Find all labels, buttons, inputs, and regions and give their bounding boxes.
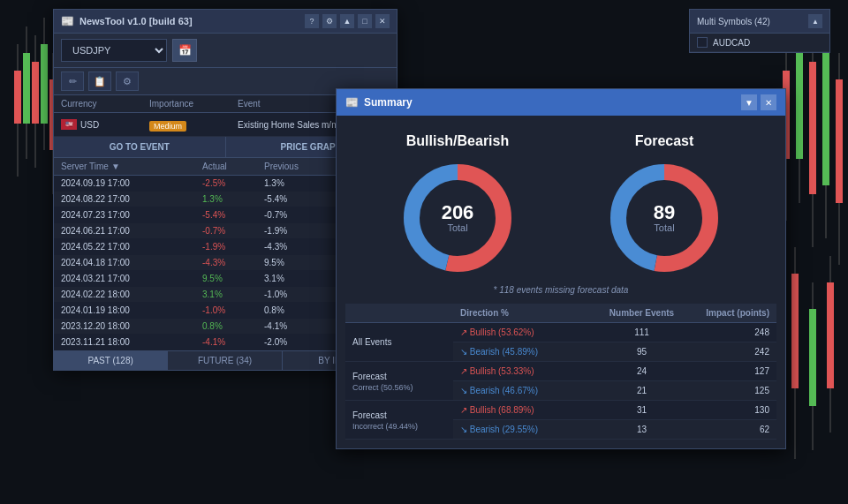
time-cell: 2023.12.20 18:00 bbox=[61, 321, 202, 331]
symbols-panel: Multi Symbols (42) ▲ AUDCAD bbox=[689, 9, 830, 53]
importance-column-header: Importance bbox=[149, 99, 238, 109]
forecast-section: Forecast 89 Total bbox=[602, 133, 726, 280]
sort-icon: ▼ bbox=[111, 162, 120, 171]
events1-2: 31 bbox=[597, 401, 687, 420]
minimize-button[interactable]: ▲ bbox=[340, 14, 354, 28]
bullish-bearish-donut: 206 Total bbox=[396, 156, 519, 280]
impact1-1: 127 bbox=[686, 362, 776, 381]
currency-cell: 🇺🇸 USD bbox=[61, 119, 149, 130]
donut2-total: 89 bbox=[654, 203, 675, 222]
symbols-header: Multi Symbols (42) ▲ bbox=[690, 10, 829, 34]
symbols-scroll-up[interactable]: ▲ bbox=[808, 14, 822, 28]
svg-rect-8 bbox=[41, 44, 48, 124]
previous-cell: -5.4% bbox=[264, 194, 344, 204]
donut1-total: 206 bbox=[442, 203, 474, 222]
currency-select[interactable]: USDJPY bbox=[61, 39, 167, 62]
actual-cell: -0.7% bbox=[202, 226, 264, 236]
summary-minimize-button[interactable]: ▼ bbox=[741, 94, 757, 110]
previous-cell: 1.3% bbox=[264, 178, 344, 188]
svg-rect-18 bbox=[809, 62, 816, 194]
currency-column-header: Currency bbox=[61, 99, 149, 109]
symbol-name-audcad: AUDCAD bbox=[713, 38, 750, 48]
events2-0: 95 bbox=[597, 342, 687, 362]
time-cell: 2024.05.22 17:00 bbox=[61, 242, 202, 252]
donut1-label: Total bbox=[442, 222, 474, 233]
svg-rect-28 bbox=[809, 309, 816, 406]
previous-header: Previous bbox=[264, 162, 344, 171]
actual-cell: 1.3% bbox=[202, 194, 264, 204]
time-cell: 2024.04.18 17:00 bbox=[61, 258, 202, 267]
previous-cell: -1.0% bbox=[264, 290, 344, 299]
future-tab[interactable]: FUTURE (34) bbox=[168, 351, 282, 370]
time-cell: 2024.03.21 17:00 bbox=[61, 274, 202, 283]
time-cell: 2024.01.19 18:00 bbox=[61, 305, 202, 315]
events1-1: 24 bbox=[597, 362, 687, 381]
impact2-2: 62 bbox=[686, 420, 776, 440]
impact2-1: 125 bbox=[686, 381, 776, 401]
time-cell: 2023.11.21 18:00 bbox=[61, 337, 202, 347]
past-tab[interactable]: PAST (128) bbox=[54, 351, 168, 370]
app-title: NewsTool v1.0 [build 63] bbox=[80, 16, 193, 26]
events1-0: 111 bbox=[597, 323, 687, 342]
events2-1: 21 bbox=[597, 381, 687, 401]
summary-table: Direction % Number Events Impact (points… bbox=[345, 304, 776, 440]
actual-cell: -5.4% bbox=[202, 210, 264, 220]
summary-title: 📰 Summary bbox=[345, 96, 413, 109]
direction2-0: ↘ Bearish (45.89%) bbox=[453, 342, 597, 362]
summary-close-button[interactable]: ✕ bbox=[761, 94, 776, 110]
toolbar-row: USDJPY 📅 bbox=[54, 34, 397, 68]
svg-rect-2 bbox=[14, 71, 21, 124]
actual-cell: 0.8% bbox=[202, 321, 264, 331]
svg-rect-26 bbox=[791, 274, 799, 388]
summary-titlebar: 📰 Summary ▼ ✕ bbox=[337, 89, 785, 116]
table-header-col1 bbox=[345, 304, 453, 323]
go-to-event-button[interactable]: GO TO EVENT bbox=[54, 137, 226, 157]
time-cell: 2024.09.19 17:00 bbox=[61, 178, 202, 188]
summary-table-row: Forecast Correct (50.56%) ↗ Bullish (53.… bbox=[345, 362, 776, 381]
impact2-0: 242 bbox=[686, 342, 776, 362]
edit-button[interactable]: ✏ bbox=[61, 71, 84, 91]
charts-row: Bullish/Bearish 206 Total Forecast bbox=[345, 124, 776, 280]
flag-icon: 🇺🇸 bbox=[61, 119, 77, 130]
forecast-title: Forecast bbox=[635, 133, 694, 149]
table-header-direction: Direction % bbox=[453, 304, 597, 323]
symbols-title: Multi Symbols (42) bbox=[697, 17, 770, 26]
actual-cell: -4.1% bbox=[202, 337, 264, 347]
time-cell: 2024.02.22 18:00 bbox=[61, 290, 202, 299]
row-label-1: Forecast Correct (50.56%) bbox=[345, 362, 453, 401]
summary-popup: 📰 Summary ▼ ✕ Bullish/Bearish 206 Total bbox=[336, 88, 786, 449]
importance-cell: Medium bbox=[149, 117, 238, 132]
summary-content: Bullish/Bearish 206 Total Forecast bbox=[337, 116, 785, 448]
actual-cell: -1.9% bbox=[202, 242, 264, 252]
impact1-0: 248 bbox=[686, 323, 776, 342]
svg-rect-16 bbox=[796, 53, 803, 159]
table-header-impact: Impact (points) bbox=[686, 304, 776, 323]
actual-cell: -4.3% bbox=[202, 258, 264, 267]
window-controls: ? ⚙ ▲ □ ✕ bbox=[305, 14, 390, 28]
close-button[interactable]: ✕ bbox=[375, 14, 390, 28]
bullish-bearish-title: Bullish/Bearish bbox=[406, 133, 509, 149]
help-button[interactable]: ? bbox=[305, 14, 319, 28]
maximize-button[interactable]: □ bbox=[358, 14, 372, 28]
titlebar: 📰 NewsTool v1.0 [build 63] ? ⚙ ▲ □ ✕ bbox=[54, 10, 397, 34]
calendar-button[interactable]: 📅 bbox=[172, 39, 197, 62]
time-cell: 2024.07.23 17:00 bbox=[61, 210, 202, 220]
summary-controls: ▼ ✕ bbox=[741, 94, 776, 110]
audcad-checkbox[interactable] bbox=[697, 37, 708, 48]
forecast-donut: 89 Total bbox=[602, 156, 726, 280]
missing-note: * 118 events missing forecast data bbox=[345, 280, 776, 300]
previous-cell: 9.5% bbox=[264, 258, 344, 267]
donut2-label: Total bbox=[654, 222, 675, 233]
summary-table-row: Forecast Incorrect (49.44%) ↗ Bullish (6… bbox=[345, 401, 776, 420]
previous-cell: -4.3% bbox=[264, 242, 344, 252]
table-header-events: Number Events bbox=[597, 304, 687, 323]
direction1-1: ↗ Bullish (53.33%) bbox=[453, 362, 597, 381]
events2-2: 13 bbox=[597, 420, 687, 440]
server-time-header[interactable]: Server Time ▼ bbox=[61, 162, 202, 171]
previous-cell: -4.1% bbox=[264, 321, 344, 331]
direction2-1: ↘ Bearish (46.67%) bbox=[453, 381, 597, 401]
settings-button[interactable]: ⚙ bbox=[322, 14, 337, 28]
copy-button[interactable]: 📋 bbox=[88, 71, 111, 91]
summary-icon: 📰 bbox=[345, 96, 359, 109]
config-button[interactable]: ⚙ bbox=[116, 71, 139, 91]
